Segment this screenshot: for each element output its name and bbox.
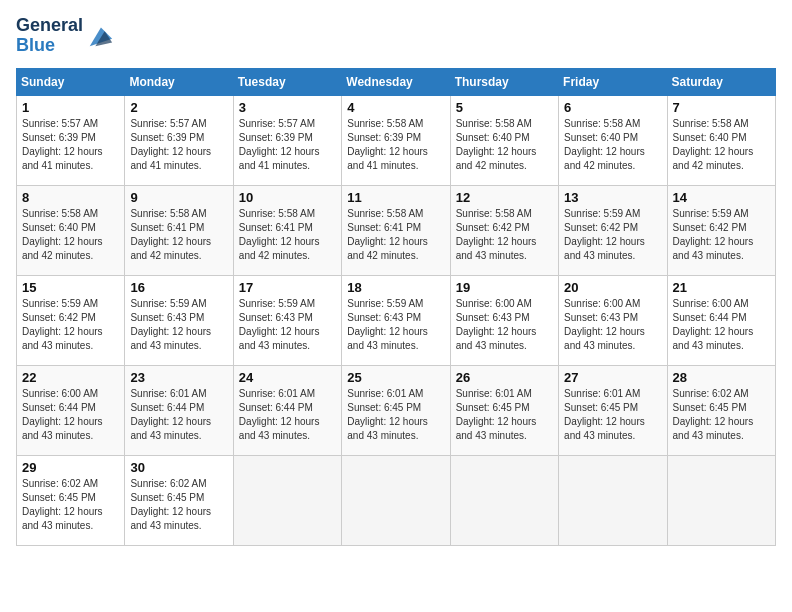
calendar-cell bbox=[233, 455, 341, 545]
calendar-cell bbox=[667, 455, 775, 545]
day-number: 8 bbox=[22, 190, 119, 205]
calendar-cell: 17 Sunrise: 5:59 AM Sunset: 6:43 PM Dayl… bbox=[233, 275, 341, 365]
day-detail: Sunrise: 5:58 AM Sunset: 6:41 PM Dayligh… bbox=[347, 207, 444, 263]
day-detail: Sunrise: 6:01 AM Sunset: 6:44 PM Dayligh… bbox=[239, 387, 336, 443]
calendar-cell: 11 Sunrise: 5:58 AM Sunset: 6:41 PM Dayl… bbox=[342, 185, 450, 275]
day-number: 14 bbox=[673, 190, 770, 205]
day-detail: Sunrise: 6:01 AM Sunset: 6:45 PM Dayligh… bbox=[564, 387, 661, 443]
day-detail: Sunrise: 5:59 AM Sunset: 6:42 PM Dayligh… bbox=[564, 207, 661, 263]
day-number: 26 bbox=[456, 370, 553, 385]
day-number: 7 bbox=[673, 100, 770, 115]
calendar-cell: 10 Sunrise: 5:58 AM Sunset: 6:41 PM Dayl… bbox=[233, 185, 341, 275]
logo-icon bbox=[86, 22, 114, 50]
day-number: 13 bbox=[564, 190, 661, 205]
day-detail: Sunrise: 6:01 AM Sunset: 6:44 PM Dayligh… bbox=[130, 387, 227, 443]
col-header-saturday: Saturday bbox=[667, 68, 775, 95]
col-header-thursday: Thursday bbox=[450, 68, 558, 95]
calendar-week-4: 22 Sunrise: 6:00 AM Sunset: 6:44 PM Dayl… bbox=[17, 365, 776, 455]
day-detail: Sunrise: 5:59 AM Sunset: 6:43 PM Dayligh… bbox=[347, 297, 444, 353]
day-number: 11 bbox=[347, 190, 444, 205]
calendar-cell: 4 Sunrise: 5:58 AM Sunset: 6:39 PM Dayli… bbox=[342, 95, 450, 185]
calendar-cell: 5 Sunrise: 5:58 AM Sunset: 6:40 PM Dayli… bbox=[450, 95, 558, 185]
day-number: 29 bbox=[22, 460, 119, 475]
day-number: 6 bbox=[564, 100, 661, 115]
day-detail: Sunrise: 5:58 AM Sunset: 6:40 PM Dayligh… bbox=[22, 207, 119, 263]
calendar-header: SundayMondayTuesdayWednesdayThursdayFrid… bbox=[17, 68, 776, 95]
calendar-cell: 9 Sunrise: 5:58 AM Sunset: 6:41 PM Dayli… bbox=[125, 185, 233, 275]
calendar-table: SundayMondayTuesdayWednesdayThursdayFrid… bbox=[16, 68, 776, 546]
calendar-cell: 26 Sunrise: 6:01 AM Sunset: 6:45 PM Dayl… bbox=[450, 365, 558, 455]
calendar-cell: 14 Sunrise: 5:59 AM Sunset: 6:42 PM Dayl… bbox=[667, 185, 775, 275]
calendar-cell bbox=[450, 455, 558, 545]
day-detail: Sunrise: 5:58 AM Sunset: 6:40 PM Dayligh… bbox=[673, 117, 770, 173]
day-detail: Sunrise: 5:57 AM Sunset: 6:39 PM Dayligh… bbox=[239, 117, 336, 173]
day-number: 5 bbox=[456, 100, 553, 115]
calendar-week-1: 1 Sunrise: 5:57 AM Sunset: 6:39 PM Dayli… bbox=[17, 95, 776, 185]
calendar-cell: 18 Sunrise: 5:59 AM Sunset: 6:43 PM Dayl… bbox=[342, 275, 450, 365]
col-header-monday: Monday bbox=[125, 68, 233, 95]
day-number: 3 bbox=[239, 100, 336, 115]
col-header-tuesday: Tuesday bbox=[233, 68, 341, 95]
calendar-cell: 12 Sunrise: 5:58 AM Sunset: 6:42 PM Dayl… bbox=[450, 185, 558, 275]
day-detail: Sunrise: 5:57 AM Sunset: 6:39 PM Dayligh… bbox=[22, 117, 119, 173]
day-number: 15 bbox=[22, 280, 119, 295]
calendar-cell: 24 Sunrise: 6:01 AM Sunset: 6:44 PM Dayl… bbox=[233, 365, 341, 455]
calendar-cell: 23 Sunrise: 6:01 AM Sunset: 6:44 PM Dayl… bbox=[125, 365, 233, 455]
day-number: 4 bbox=[347, 100, 444, 115]
logo: GeneralBlue bbox=[16, 16, 114, 56]
calendar-cell: 29 Sunrise: 6:02 AM Sunset: 6:45 PM Dayl… bbox=[17, 455, 125, 545]
calendar-cell: 15 Sunrise: 5:59 AM Sunset: 6:42 PM Dayl… bbox=[17, 275, 125, 365]
day-number: 24 bbox=[239, 370, 336, 385]
day-number: 16 bbox=[130, 280, 227, 295]
day-detail: Sunrise: 5:58 AM Sunset: 6:41 PM Dayligh… bbox=[239, 207, 336, 263]
day-number: 30 bbox=[130, 460, 227, 475]
calendar-cell: 27 Sunrise: 6:01 AM Sunset: 6:45 PM Dayl… bbox=[559, 365, 667, 455]
day-detail: Sunrise: 6:00 AM Sunset: 6:43 PM Dayligh… bbox=[456, 297, 553, 353]
calendar-cell: 30 Sunrise: 6:02 AM Sunset: 6:45 PM Dayl… bbox=[125, 455, 233, 545]
day-detail: Sunrise: 6:02 AM Sunset: 6:45 PM Dayligh… bbox=[673, 387, 770, 443]
calendar-week-2: 8 Sunrise: 5:58 AM Sunset: 6:40 PM Dayli… bbox=[17, 185, 776, 275]
day-detail: Sunrise: 5:58 AM Sunset: 6:40 PM Dayligh… bbox=[564, 117, 661, 173]
day-number: 27 bbox=[564, 370, 661, 385]
calendar-cell bbox=[559, 455, 667, 545]
day-number: 9 bbox=[130, 190, 227, 205]
day-number: 1 bbox=[22, 100, 119, 115]
day-detail: Sunrise: 6:00 AM Sunset: 6:43 PM Dayligh… bbox=[564, 297, 661, 353]
col-header-friday: Friday bbox=[559, 68, 667, 95]
day-number: 2 bbox=[130, 100, 227, 115]
day-detail: Sunrise: 5:59 AM Sunset: 6:42 PM Dayligh… bbox=[22, 297, 119, 353]
calendar-cell: 20 Sunrise: 6:00 AM Sunset: 6:43 PM Dayl… bbox=[559, 275, 667, 365]
calendar-cell bbox=[342, 455, 450, 545]
day-detail: Sunrise: 6:01 AM Sunset: 6:45 PM Dayligh… bbox=[456, 387, 553, 443]
day-number: 23 bbox=[130, 370, 227, 385]
page-header: GeneralBlue bbox=[16, 16, 776, 56]
day-detail: Sunrise: 5:59 AM Sunset: 6:42 PM Dayligh… bbox=[673, 207, 770, 263]
day-detail: Sunrise: 5:58 AM Sunset: 6:42 PM Dayligh… bbox=[456, 207, 553, 263]
col-header-wednesday: Wednesday bbox=[342, 68, 450, 95]
calendar-cell: 8 Sunrise: 5:58 AM Sunset: 6:40 PM Dayli… bbox=[17, 185, 125, 275]
day-detail: Sunrise: 5:59 AM Sunset: 6:43 PM Dayligh… bbox=[239, 297, 336, 353]
day-detail: Sunrise: 6:00 AM Sunset: 6:44 PM Dayligh… bbox=[22, 387, 119, 443]
day-number: 17 bbox=[239, 280, 336, 295]
calendar-cell: 7 Sunrise: 5:58 AM Sunset: 6:40 PM Dayli… bbox=[667, 95, 775, 185]
logo-text: GeneralBlue bbox=[16, 16, 83, 56]
day-detail: Sunrise: 5:58 AM Sunset: 6:40 PM Dayligh… bbox=[456, 117, 553, 173]
calendar-cell: 19 Sunrise: 6:00 AM Sunset: 6:43 PM Dayl… bbox=[450, 275, 558, 365]
day-number: 19 bbox=[456, 280, 553, 295]
day-number: 28 bbox=[673, 370, 770, 385]
calendar-cell: 1 Sunrise: 5:57 AM Sunset: 6:39 PM Dayli… bbox=[17, 95, 125, 185]
calendar-cell: 13 Sunrise: 5:59 AM Sunset: 6:42 PM Dayl… bbox=[559, 185, 667, 275]
day-detail: Sunrise: 5:58 AM Sunset: 6:39 PM Dayligh… bbox=[347, 117, 444, 173]
day-number: 20 bbox=[564, 280, 661, 295]
day-detail: Sunrise: 6:02 AM Sunset: 6:45 PM Dayligh… bbox=[130, 477, 227, 533]
day-detail: Sunrise: 5:58 AM Sunset: 6:41 PM Dayligh… bbox=[130, 207, 227, 263]
day-detail: Sunrise: 5:57 AM Sunset: 6:39 PM Dayligh… bbox=[130, 117, 227, 173]
calendar-cell: 16 Sunrise: 5:59 AM Sunset: 6:43 PM Dayl… bbox=[125, 275, 233, 365]
day-number: 10 bbox=[239, 190, 336, 205]
day-number: 12 bbox=[456, 190, 553, 205]
day-detail: Sunrise: 5:59 AM Sunset: 6:43 PM Dayligh… bbox=[130, 297, 227, 353]
calendar-cell: 21 Sunrise: 6:00 AM Sunset: 6:44 PM Dayl… bbox=[667, 275, 775, 365]
day-number: 22 bbox=[22, 370, 119, 385]
calendar-cell: 22 Sunrise: 6:00 AM Sunset: 6:44 PM Dayl… bbox=[17, 365, 125, 455]
calendar-week-3: 15 Sunrise: 5:59 AM Sunset: 6:42 PM Dayl… bbox=[17, 275, 776, 365]
